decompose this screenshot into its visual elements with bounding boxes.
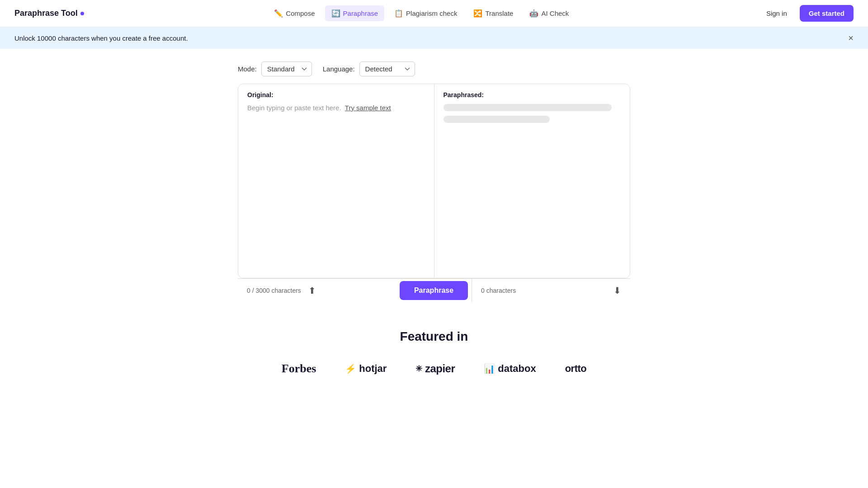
bottom-right: 0 characters ⬇ [472, 279, 630, 302]
original-placeholder-text: Begin typing or paste text here. [247, 104, 341, 112]
nav-compose[interactable]: ✏️ Compose [268, 5, 321, 21]
nav-ai-check[interactable]: 🤖 AI Check [523, 5, 575, 21]
original-panel-header: Original: [238, 84, 434, 104]
featured-title: Featured in [7, 329, 861, 344]
nav-paraphrase[interactable]: 🔄 Paraphrase [325, 5, 385, 21]
nav-paraphrase-label: Paraphrase [343, 9, 378, 17]
bottom-left: 0 / 3000 characters ⬆ [238, 279, 396, 302]
promo-banner: Unlock 10000 characters when you create … [0, 27, 868, 49]
nav-ai-check-label: AI Check [541, 9, 569, 17]
banner-text: Unlock 10000 characters when you create … [14, 34, 188, 42]
hotjar-icon: ⚡ [345, 363, 356, 374]
controls-row: Mode: Standard Fluency Formal Academic S… [238, 61, 630, 76]
header-actions: Sign in Get started [759, 5, 854, 22]
try-sample-text-link[interactable]: Try sample text [345, 104, 391, 112]
ortto-logo: ortto [565, 363, 587, 375]
featured-section: Featured in Forbes ⚡ hotjar ✳ zapier 📊 d… [0, 302, 868, 394]
paraphrased-panel: Paraphrased: [434, 84, 630, 278]
sign-in-button[interactable]: Sign in [759, 6, 794, 21]
nav-plagiarism[interactable]: 📋 Plagiarism check [388, 5, 463, 21]
hotjar-logo: ⚡ hotjar [345, 363, 387, 375]
databox-logo: 📊 databox [484, 363, 536, 375]
skeleton-line-1 [443, 104, 612, 111]
original-panel: Original: Begin typing or paste text her… [238, 84, 434, 278]
translate-icon: 🔀 [473, 9, 482, 18]
upload-icon: ⬆ [308, 285, 316, 296]
paraphrase-nav-icon: 🔄 [331, 9, 340, 18]
logo-dot [80, 12, 84, 15]
compose-icon: ✏️ [274, 9, 283, 18]
mode-control: Mode: Standard Fluency Formal Academic S… [238, 61, 312, 76]
ai-check-icon: 🤖 [529, 9, 538, 18]
download-button[interactable]: ⬇ [613, 285, 621, 296]
char-count: 0 / 3000 characters [247, 287, 301, 294]
mode-label: Mode: [238, 65, 257, 73]
nav-translate[interactable]: 🔀 Translate [467, 5, 519, 21]
logo-text: Paraphrase Tool [14, 9, 78, 18]
upload-button[interactable]: ⬆ [308, 285, 316, 296]
language-select[interactable]: Detected English Spanish French German P… [359, 61, 415, 76]
original-textarea[interactable] [238, 115, 434, 278]
zapier-icon: ✳ [415, 364, 422, 374]
banner-close-button[interactable]: × [848, 33, 854, 42]
main-content: Mode: Standard Fluency Formal Academic S… [231, 49, 637, 302]
hotjar-logo-text: hotjar [359, 363, 387, 375]
mode-select[interactable]: Standard Fluency Formal Academic Simple … [261, 61, 312, 76]
editor-area: Original: Begin typing or paste text her… [238, 84, 630, 278]
databox-logo-text: databox [498, 363, 536, 375]
original-panel-title: Original: [247, 91, 425, 99]
zapier-logo-text: zapier [425, 362, 455, 375]
download-icon: ⬇ [613, 285, 621, 296]
output-char-count: 0 characters [481, 287, 516, 294]
forbes-logo: Forbes [282, 362, 316, 375]
paraphrased-content [434, 104, 630, 267]
paraphrased-panel-title: Paraphrased: [443, 91, 621, 99]
header: Paraphrase Tool ✏️ Compose 🔄 Paraphrase … [0, 0, 868, 27]
paraphrased-panel-header: Paraphrased: [434, 84, 630, 104]
main-nav: ✏️ Compose 🔄 Paraphrase 📋 Plagiarism che… [268, 5, 575, 21]
nav-compose-label: Compose [286, 9, 315, 17]
get-started-button[interactable]: Get started [800, 5, 854, 22]
plagiarism-icon: 📋 [394, 9, 403, 18]
nav-plagiarism-label: Plagiarism check [406, 9, 457, 17]
forbes-logo-text: Forbes [282, 362, 316, 375]
logo[interactable]: Paraphrase Tool [14, 9, 84, 18]
paraphrase-button[interactable]: Paraphrase [400, 281, 468, 300]
language-label: Language: [323, 65, 355, 73]
ortto-logo-text: ortto [565, 363, 587, 375]
nav-translate-label: Translate [485, 9, 513, 17]
skeleton-line-2 [443, 116, 550, 123]
bottom-bar: 0 / 3000 characters ⬆ Paraphrase 0 chara… [238, 278, 630, 302]
databox-icon: 📊 [484, 363, 495, 374]
zapier-logo: ✳ zapier [415, 362, 455, 375]
language-control: Language: Detected English Spanish Frenc… [323, 61, 415, 76]
original-placeholder-row: Begin typing or paste text here. Try sam… [238, 104, 434, 115]
featured-logos: Forbes ⚡ hotjar ✳ zapier 📊 databox ortto [7, 362, 861, 375]
